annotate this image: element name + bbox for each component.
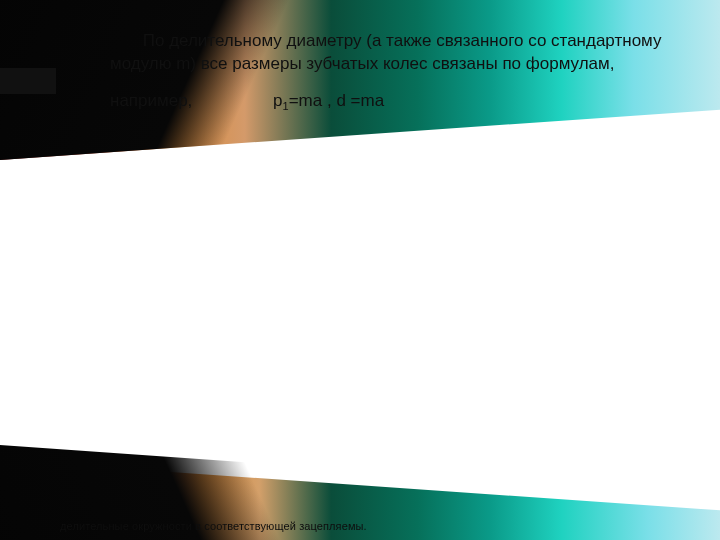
presentation-slide: По делительному диаметру (а также связан… xyxy=(0,0,720,540)
bottom-caption: делительные окружности в соответствующей… xyxy=(60,520,700,532)
left-marker-bar xyxy=(0,68,56,94)
paragraph-1: По делительному диаметру (а также связан… xyxy=(110,30,680,76)
paragraph-2: например, p1=ma , d =ma xyxy=(110,90,680,114)
body-text: По делительному диаметру (а также связан… xyxy=(110,30,680,128)
